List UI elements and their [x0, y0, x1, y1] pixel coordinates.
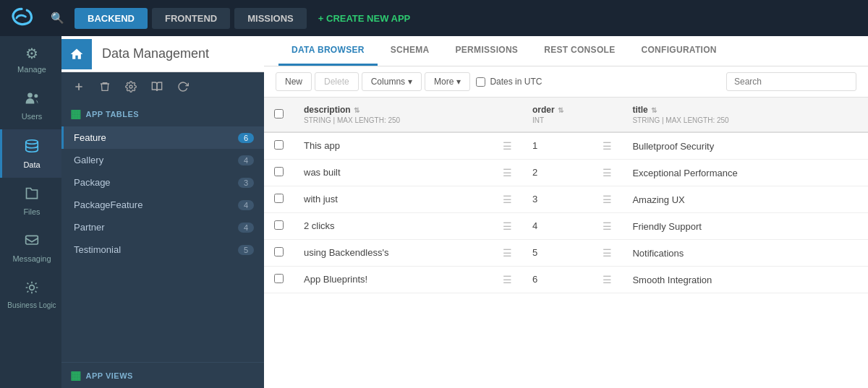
sidebar-item-files[interactable]: Files: [0, 178, 61, 225]
dates-utc-label: Dates in UTC: [490, 77, 542, 87]
cell-description-text: was built: [304, 167, 341, 178]
app-tables-icon: ▦: [70, 107, 82, 121]
create-new-app-button[interactable]: + CREATE NEW APP: [318, 13, 411, 24]
edit-description-icon[interactable]: ☰: [503, 274, 512, 285]
sort-icon[interactable]: ⇅: [354, 106, 359, 114]
tab-permissions[interactable]: PERMISSIONS: [443, 36, 532, 66]
manage-icon: ⚙: [25, 45, 38, 62]
table-list-item-gallery[interactable]: Gallery4: [61, 149, 264, 171]
delete-table-button[interactable]: [96, 79, 114, 94]
add-table-button[interactable]: [70, 79, 88, 94]
cell-order: 3 ☰: [522, 186, 623, 213]
cell-order-value: 1: [532, 140, 537, 151]
table-count: 4: [238, 155, 254, 165]
sidebar-item-messaging-label: Messaging: [12, 254, 51, 263]
select-all-checkbox[interactable]: [274, 109, 284, 118]
secondary-sidebar: Data Management: [61, 36, 264, 388]
records-table: description⇅STRING | MAX LENGTH: 250orde…: [264, 98, 868, 293]
action-bar: New Delete Columns ▾ More ▾ Dates in UTC: [264, 66, 868, 98]
table-row: This app ☰1 ☰Bulletproof Security: [264, 132, 868, 160]
row-checkbox[interactable]: [274, 247, 284, 256]
docs-button[interactable]: [148, 79, 166, 94]
more-button[interactable]: More ▾: [425, 72, 470, 91]
table-list-item-testimonial[interactable]: Testimonial5: [61, 238, 264, 261]
edit-order-icon[interactable]: ☰: [603, 247, 612, 259]
row-checkbox[interactable]: [274, 194, 284, 203]
edit-description-icon[interactable]: ☰: [503, 220, 512, 232]
sidebar-item-data-label: Data: [23, 160, 40, 169]
col-header-order: order⇅INT: [522, 98, 623, 132]
edit-order-icon[interactable]: ☰: [603, 274, 612, 285]
backend-tab[interactable]: BACKEND: [75, 8, 148, 29]
delete-record-button[interactable]: Delete: [315, 72, 359, 91]
edit-description-icon[interactable]: ☰: [503, 140, 512, 152]
missions-tab[interactable]: MISSIONS: [234, 8, 307, 29]
data-icon: [24, 138, 40, 158]
sidebar-toolbar: [61, 72, 264, 101]
sort-icon[interactable]: ⇅: [651, 106, 657, 114]
col-header-title: title⇅STRING | MAX LENGTH: 250: [622, 98, 868, 132]
sidebar-item-messaging[interactable]: Messaging: [0, 225, 61, 272]
row-checkbox[interactable]: [274, 167, 284, 176]
row-checkbox[interactable]: [274, 274, 284, 283]
cell-title-text: Bulletproof Security: [632, 141, 714, 152]
search-nav-button[interactable]: 🔍: [45, 7, 70, 29]
sidebar-item-business-logic[interactable]: Business Logic: [0, 272, 61, 318]
table-count: 4: [238, 200, 254, 210]
tab-data-browser[interactable]: DATA BROWSER: [278, 36, 378, 66]
svg-point-0: [27, 93, 33, 98]
cell-description-text: 2 clicks: [304, 220, 335, 231]
edit-description-icon[interactable]: ☰: [503, 194, 512, 205]
edit-order-icon[interactable]: ☰: [603, 167, 612, 178]
frontend-tab[interactable]: FRONTEND: [152, 8, 230, 29]
cell-title: Notifications: [622, 240, 868, 267]
table-list-item-packagefeature[interactable]: PackageFeature4: [61, 194, 264, 216]
table-name: Testimonial: [74, 244, 121, 255]
tab-schema[interactable]: SCHEMA: [378, 36, 443, 66]
cell-order-value: 3: [532, 194, 537, 204]
svg-point-5: [129, 85, 132, 88]
cell-order: 6 ☰: [522, 267, 623, 293]
row-checkbox-cell: [264, 160, 294, 186]
dates-utc-checkbox[interactable]: [476, 77, 485, 87]
sidebar-item-users-label: Users: [22, 112, 43, 121]
table-count: 5: [238, 245, 254, 255]
settings-button[interactable]: [122, 79, 140, 94]
table-count: 4: [238, 223, 254, 233]
table-row: App Blueprints! ☰6 ☰Smooth Integration: [264, 267, 868, 293]
table-list-item-partner[interactable]: Partner4: [61, 216, 264, 238]
row-checkbox[interactable]: [274, 220, 284, 230]
table-list-item-package[interactable]: Package3: [61, 171, 264, 194]
sidebar-item-business-logic-label: Business Logic: [7, 301, 56, 309]
cell-description: using Backendless's ☰: [294, 240, 522, 267]
row-checkbox[interactable]: [274, 140, 284, 150]
edit-order-icon[interactable]: ☰: [603, 140, 612, 152]
row-checkbox-cell: [264, 213, 294, 240]
sidebar-item-data[interactable]: Data: [0, 129, 61, 178]
cell-description: App Blueprints! ☰: [294, 267, 522, 293]
home-button[interactable]: [61, 39, 92, 69]
tab-configuration[interactable]: CONFIGURATION: [628, 36, 729, 66]
top-nav: 🔍 BACKEND FRONTEND MISSIONS + CREATE NEW…: [0, 0, 868, 36]
edit-order-icon[interactable]: ☰: [603, 194, 612, 205]
columns-button[interactable]: Columns ▾: [362, 72, 422, 91]
app-views-section-header: ▦ APP VIEWS: [61, 362, 264, 388]
edit-description-icon[interactable]: ☰: [503, 247, 512, 259]
row-checkbox-cell: [264, 240, 294, 267]
sidebar-item-manage[interactable]: ⚙ Manage: [0, 36, 61, 82]
row-checkbox-cell: [264, 132, 294, 160]
cell-order: 1 ☰: [522, 132, 623, 160]
edit-description-icon[interactable]: ☰: [503, 167, 512, 178]
new-record-button[interactable]: New: [276, 72, 312, 91]
table-name: Partner: [74, 222, 105, 233]
search-input[interactable]: [726, 72, 856, 91]
sidebar-item-users[interactable]: Users: [0, 82, 61, 129]
edit-order-icon[interactable]: ☰: [603, 220, 612, 232]
sort-icon[interactable]: ⇅: [558, 106, 563, 114]
tab-rest-console[interactable]: REST CONSOLE: [531, 36, 628, 66]
table-name: Package: [74, 177, 111, 188]
sidebar-item-files-label: Files: [23, 207, 40, 216]
table-list-item-feature[interactable]: Feature6: [61, 126, 264, 149]
cell-title-text: Amazing UX: [632, 194, 684, 205]
refresh-button[interactable]: [174, 79, 192, 94]
